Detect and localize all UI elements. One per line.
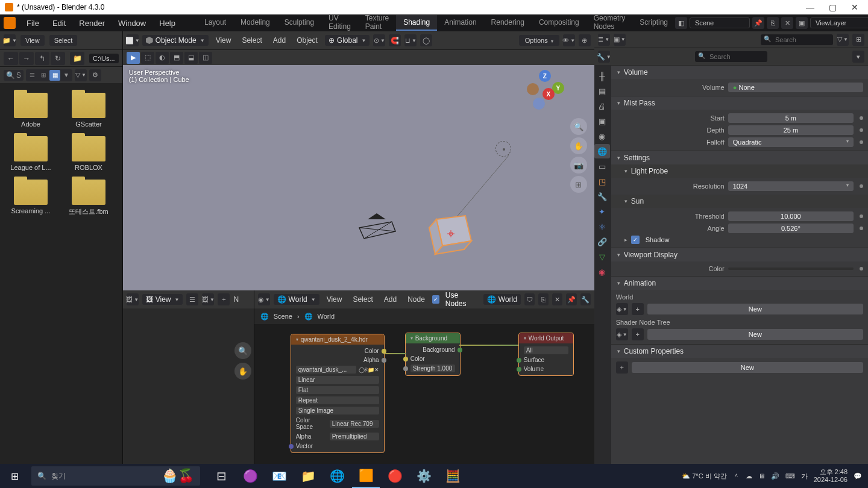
copilot-icon[interactable]: 🟣 bbox=[236, 464, 264, 488]
vp-object-menu[interactable]: Object bbox=[293, 35, 321, 46]
strength-field[interactable]: Strength 1.000 bbox=[410, 364, 455, 372]
perspective-icon[interactable]: ⊞ bbox=[570, 176, 587, 193]
color-swatch[interactable] bbox=[728, 267, 854, 270]
tab-object-icon[interactable]: ◳ bbox=[594, 174, 610, 189]
light-object[interactable] bbox=[495, 141, 511, 157]
tray-volume-icon[interactable]: 🔊 bbox=[771, 472, 779, 480]
orientation-selector[interactable]: ⊕ Global ▼ bbox=[325, 35, 370, 46]
fake-user-icon[interactable]: 🛡 bbox=[524, 293, 535, 305]
node-env-texture[interactable]: ▾qwantani_dusk_2_4k.hdr Color Alpha qwan… bbox=[291, 334, 385, 453]
scene-browse-icon[interactable]: ◧ bbox=[675, 17, 687, 29]
proportional-edit-icon[interactable]: ◯ bbox=[420, 34, 432, 46]
tab-render-icon[interactable]: ▤ bbox=[594, 84, 610, 98]
section-settings[interactable]: ▾Settings bbox=[611, 151, 868, 164]
new-action-button[interactable]: New bbox=[647, 304, 863, 314]
tab-material-icon[interactable]: ◉ bbox=[594, 264, 610, 279]
pan-icon[interactable]: ✋ bbox=[570, 137, 587, 154]
editor-type-3dview-icon[interactable]: ⬜▼ bbox=[127, 34, 139, 46]
snap-mode-icon[interactable]: ⊔▼ bbox=[404, 34, 417, 46]
colorspace-field[interactable]: Linear Rec.709 bbox=[330, 420, 379, 428]
nav-up-button[interactable]: ↰ bbox=[35, 52, 49, 65]
tab-animation[interactable]: Animation bbox=[437, 15, 483, 31]
image-browse-icon[interactable]: 🖼▼ bbox=[202, 293, 214, 305]
axis-z-icon[interactable]: Z bbox=[539, 70, 551, 82]
shadow-checkbox[interactable]: ✓ bbox=[631, 236, 640, 244]
vp-view-menu[interactable]: View bbox=[212, 35, 235, 46]
snap-icon[interactable]: 🧲 bbox=[389, 34, 401, 46]
scene-new-icon[interactable]: ⎘ bbox=[767, 17, 779, 29]
threshold-field[interactable]: 10.000 bbox=[728, 211, 854, 221]
section-animation[interactable]: ▾Animation bbox=[611, 277, 868, 290]
nav-back-button[interactable]: ← bbox=[4, 52, 18, 65]
menu-render[interactable]: Render bbox=[73, 17, 111, 30]
image-more-icon[interactable]: ☰ bbox=[186, 293, 198, 305]
alpha-field[interactable]: Premultiplied bbox=[330, 433, 379, 440]
axis-neg2-icon[interactable] bbox=[533, 98, 545, 110]
folder-test-fbm[interactable]: 또테스트.fbm bbox=[61, 177, 116, 219]
settings-icon[interactable]: ⚙️ bbox=[410, 464, 438, 488]
bc-scene[interactable]: Scene bbox=[274, 313, 292, 320]
menu-edit[interactable]: Edit bbox=[46, 17, 72, 30]
blender-task-icon[interactable]: 🟧 bbox=[352, 464, 380, 488]
pivot-icon[interactable]: ⊙▼ bbox=[373, 34, 385, 46]
tray-display-icon[interactable]: 🖥 bbox=[758, 472, 765, 480]
filter-icon[interactable]: ▽▼ bbox=[75, 69, 87, 81]
menu-file[interactable]: File bbox=[20, 17, 45, 30]
notifications-icon[interactable]: 💬 bbox=[854, 472, 862, 480]
vp-select-menu[interactable]: Select bbox=[238, 35, 265, 46]
ne-select-menu[interactable]: Select bbox=[349, 294, 376, 305]
section-custom-properties[interactable]: ▾Custom Properties bbox=[611, 345, 868, 358]
tab-output-icon[interactable]: 🖨 bbox=[594, 99, 610, 113]
target-field[interactable]: All bbox=[524, 346, 568, 354]
explorer-icon[interactable]: 📁 bbox=[294, 464, 322, 488]
menu-window[interactable]: Window bbox=[112, 17, 152, 30]
folder-screaming[interactable]: Screaming ... bbox=[4, 177, 58, 219]
shader-type-selector[interactable]: 🌐World▼ bbox=[274, 294, 319, 305]
world-unlink-icon[interactable]: ✕ bbox=[552, 293, 562, 305]
start-button[interactable]: ⊞ bbox=[0, 464, 29, 488]
tab-modeling[interactable]: Modeling bbox=[233, 15, 277, 31]
tab-shading[interactable]: Shading bbox=[396, 15, 437, 31]
tab-collection-icon[interactable]: ▭ bbox=[594, 159, 610, 174]
tool-select-5-icon[interactable]: ◫ bbox=[199, 52, 212, 64]
world-datablock[interactable]: 🌐World bbox=[483, 294, 521, 305]
display-detail-icon[interactable]: ⊞ bbox=[38, 70, 49, 81]
window-close-button[interactable]: ✕ bbox=[851, 2, 858, 12]
window-maximize-button[interactable]: ▢ bbox=[829, 2, 837, 12]
editor-type-outliner-icon[interactable]: ≣▼ bbox=[598, 34, 610, 46]
filter-funnel-icon[interactable]: ▽▼ bbox=[837, 34, 849, 46]
fb-select-menu[interactable]: Select bbox=[49, 35, 78, 46]
tray-lang-icon[interactable]: 가 bbox=[801, 472, 808, 481]
source-field[interactable]: Single Image bbox=[296, 407, 379, 414]
gizmo-toggle-icon[interactable]: ⊕ bbox=[579, 34, 591, 46]
tray-ime-icon[interactable]: ⌨ bbox=[785, 472, 795, 480]
edge-icon[interactable]: 🌐 bbox=[323, 464, 351, 488]
axis-neg-icon[interactable] bbox=[527, 83, 539, 95]
nav-refresh-button[interactable]: ↻ bbox=[51, 52, 65, 65]
image-datablock-field[interactable]: qwantani_dusk_... bbox=[296, 366, 356, 374]
task-view-icon[interactable]: ⊟ bbox=[207, 464, 235, 488]
outlook-icon[interactable]: 📧 bbox=[265, 464, 293, 488]
resolution-field[interactable]: 1024▾ bbox=[728, 181, 854, 191]
clock[interactable]: 오후 2:48 2024-12-06 bbox=[814, 468, 848, 484]
tab-data-icon[interactable]: ▽ bbox=[594, 249, 610, 264]
cube-object[interactable] bbox=[424, 210, 471, 257]
interp-field[interactable]: Linear bbox=[296, 376, 379, 384]
viewlayer-name-field[interactable]: ViewLayer bbox=[810, 17, 868, 28]
ne-add-menu[interactable]: Add bbox=[380, 294, 400, 305]
display-thumb-icon[interactable]: ▦ bbox=[49, 70, 60, 81]
tab-tool-icon[interactable]: ╫ bbox=[594, 69, 610, 83]
section-viewport-display[interactable]: ▾Viewport Display bbox=[611, 248, 868, 261]
tab-physics-icon[interactable]: ⚛ bbox=[594, 219, 610, 234]
editor-type-icon[interactable]: 📁▼ bbox=[4, 34, 16, 46]
menu-help[interactable]: Help bbox=[153, 17, 181, 30]
zoom-icon[interactable]: 🔍 bbox=[570, 118, 587, 135]
new-collection-icon[interactable]: ⊞ bbox=[852, 34, 864, 46]
tab-layout[interactable]: Layout bbox=[197, 15, 233, 31]
outliner-search-input[interactable] bbox=[761, 34, 833, 45]
editor-type-image-icon[interactable]: 🖼▼ bbox=[127, 293, 139, 305]
path-field[interactable]: C:\Us... bbox=[89, 54, 119, 63]
tab-particles-icon[interactable]: ✦ bbox=[594, 204, 610, 219]
taskbar-search[interactable]: 🔍찾기🧁🍒 bbox=[31, 466, 200, 486]
blender-logo-icon[interactable] bbox=[4, 17, 16, 29]
